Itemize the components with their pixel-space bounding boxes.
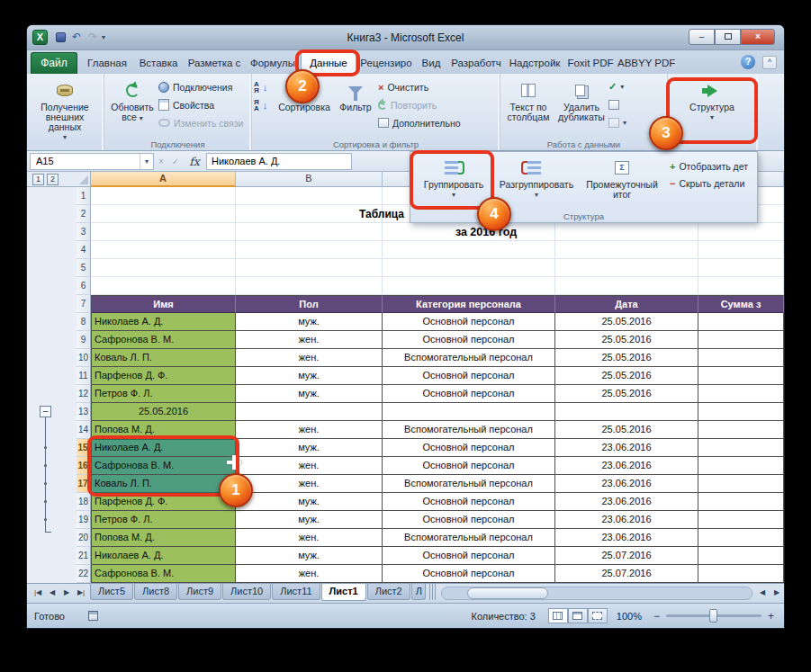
redo-button[interactable]: ↷: [85, 30, 101, 46]
cell-D7[interactable]: Дата: [555, 295, 698, 313]
cell-B14[interactable]: жен.: [236, 421, 383, 439]
ribbon-tab-10[interactable]: Foxit PDF: [563, 52, 617, 74]
data-validation-button[interactable]: ✓▾: [608, 79, 648, 94]
row-header-13[interactable]: 13: [77, 403, 91, 421]
name-box-caret-icon[interactable]: ▾: [140, 154, 153, 169]
scroll-left-icon[interactable]: ◀: [755, 584, 770, 602]
consolidate-button[interactable]: [608, 97, 648, 112]
cell-E16[interactable]: [698, 457, 784, 475]
cell-E6[interactable]: [698, 277, 784, 295]
row-header-20[interactable]: 20: [77, 529, 91, 547]
sort-az-button[interactable]: АЯ↓: [254, 79, 275, 94]
row-header-12[interactable]: 12: [77, 385, 91, 403]
cell-E3[interactable]: [698, 223, 784, 241]
cell-D16[interactable]: 23.06.2016: [555, 457, 698, 475]
cell-A10[interactable]: Коваль Л. П.: [91, 349, 236, 367]
edit-links-button[interactable]: Изменить связи: [158, 115, 243, 130]
titlebar[interactable]: X ↶ ↷ ▾ Книга3 - Microsoft Excel – ×: [27, 25, 784, 50]
cell-D11[interactable]: 25.05.2016: [555, 367, 698, 385]
cell-C13[interactable]: [383, 403, 555, 421]
cell-E21[interactable]: [698, 547, 784, 565]
horizontal-scrollbar[interactable]: [441, 587, 752, 600]
sheet-tab-Лист11[interactable]: Лист11: [272, 584, 320, 600]
clear-filter-button[interactable]: ×Очистить: [378, 79, 493, 94]
outline-structure-button[interactable]: Структура ▾: [670, 76, 754, 122]
ribbon-tab-8[interactable]: Разработч: [446, 52, 506, 74]
ribbon-tab-3[interactable]: Разметка с: [184, 52, 245, 74]
cell-D14[interactable]: 25.05.2016: [555, 421, 698, 439]
cell-C16[interactable]: Основной персонал: [383, 457, 555, 475]
cell-A12[interactable]: Петров Ф. Л.: [91, 385, 236, 403]
zoom-slider[interactable]: [666, 614, 761, 617]
cell-B6[interactable]: [236, 277, 383, 295]
row-header-11[interactable]: 11: [77, 367, 91, 385]
first-sheet-icon[interactable]: |◀: [31, 584, 45, 602]
cell-C9[interactable]: Основной персонал: [383, 331, 555, 349]
row-header-18[interactable]: 18: [77, 493, 91, 511]
cell-A19[interactable]: Петров Ф. Л.: [91, 511, 236, 529]
refresh-all-button[interactable]: Обновить все ▾: [106, 76, 158, 138]
cell-B11[interactable]: муж.: [236, 367, 383, 385]
cell-C17[interactable]: Вспомогательный персонал: [383, 475, 555, 493]
zoom-in-button[interactable]: +: [765, 610, 777, 623]
cell-D17[interactable]: 23.06.2016: [555, 475, 698, 493]
cell-B3[interactable]: [236, 223, 383, 241]
cell-B12[interactable]: муж.: [236, 385, 383, 403]
cell-E14[interactable]: [698, 421, 784, 439]
cell-A20[interactable]: Попова М. Д.: [91, 529, 236, 547]
cell-E4[interactable]: [698, 241, 784, 259]
row-header-1[interactable]: 1: [77, 187, 91, 205]
cell-D22[interactable]: 25.07.2016: [555, 565, 698, 583]
row-header-16[interactable]: 16: [77, 457, 91, 475]
show-details-button[interactable]: +Отобразить дет: [670, 159, 748, 173]
cell-A16[interactable]: Сафронова В. М.: [91, 457, 236, 475]
cell-B17[interactable]: жен.: [236, 475, 383, 493]
row-header-3[interactable]: 3: [77, 223, 91, 241]
name-box[interactable]: A15 ▾: [30, 153, 154, 170]
insert-function-button[interactable]: fx: [183, 155, 206, 168]
cell-D8[interactable]: 25.05.2016: [555, 313, 698, 331]
cell-D12[interactable]: 25.05.2016: [555, 385, 698, 403]
remove-duplicates-button[interactable]: Удалить дубликаты: [554, 76, 608, 138]
cell-A4[interactable]: [91, 241, 236, 259]
get-external-data-button[interactable]: Получение внешних данных ▾: [29, 76, 101, 142]
cell-C5[interactable]: [383, 259, 555, 277]
ribbon-tab-6[interactable]: Рецензиро: [356, 52, 416, 74]
scroll-right-icon[interactable]: ▶: [770, 584, 784, 602]
row-header-22[interactable]: 22: [77, 565, 91, 583]
cell-B15[interactable]: муж.: [236, 439, 383, 457]
reapply-button[interactable]: Повторить: [378, 97, 493, 112]
cell-C8[interactable]: Основной персонал: [383, 313, 555, 331]
cell-C11[interactable]: Основной персонал: [383, 367, 555, 385]
cell-C15[interactable]: Основной персонал: [383, 439, 555, 457]
cell-C21[interactable]: Основной персонал: [383, 547, 555, 565]
cell-C10[interactable]: Вспомогательный персонал: [383, 349, 555, 367]
cell-C6[interactable]: [383, 277, 555, 295]
cell-D3[interactable]: [555, 223, 698, 241]
properties-button[interactable]: Свойства: [158, 97, 243, 112]
ribbon-tab-9[interactable]: Надстройк: [506, 52, 563, 74]
page-break-view-button[interactable]: [588, 608, 608, 623]
cell-B13[interactable]: [236, 403, 383, 421]
cell-D13[interactable]: [555, 403, 698, 421]
hide-details-button[interactable]: −Скрыть детали: [670, 176, 748, 190]
cell-B8[interactable]: муж.: [236, 313, 383, 331]
cell-B1[interactable]: [236, 187, 383, 205]
qat-customize-icon[interactable]: ▾: [102, 33, 105, 41]
cell-B9[interactable]: жен.: [236, 331, 383, 349]
row-header-6[interactable]: 6: [77, 277, 91, 295]
cell-B18[interactable]: муж.: [236, 493, 383, 511]
row-header-15[interactable]: 15: [77, 439, 91, 457]
cell-A18[interactable]: Парфенов Д. Ф.: [91, 493, 236, 511]
cell-A9[interactable]: Сафронова В. М.: [91, 331, 236, 349]
cell-A17[interactable]: Коваль Л. П.: [91, 475, 236, 493]
ribbon-tab-7[interactable]: Вид: [416, 52, 446, 74]
cell-C14[interactable]: Вспомогательный персонал: [383, 421, 555, 439]
cell-E7[interactable]: Сумма з: [698, 295, 784, 313]
what-if-analysis-button[interactable]: ▾: [608, 115, 648, 130]
sheet-tab-Лист9[interactable]: Лист9: [178, 584, 221, 600]
cell-E15[interactable]: [698, 439, 784, 457]
save-button[interactable]: [52, 30, 68, 46]
cell-A2[interactable]: [91, 205, 236, 223]
cell-E12[interactable]: [698, 385, 784, 403]
